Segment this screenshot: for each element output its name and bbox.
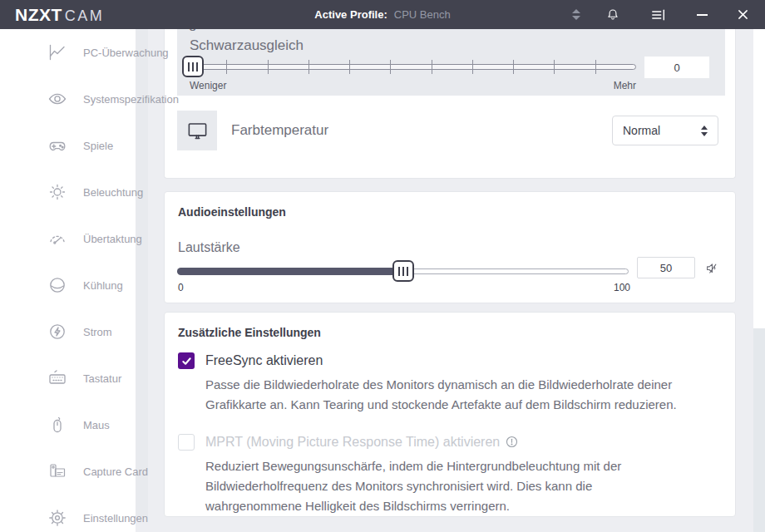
black-equalizer-label: Schwarzausgleich xyxy=(190,37,304,54)
sidebar: PC-Überwachung Systemspezifikation Spiel… xyxy=(0,29,136,532)
check-icon xyxy=(181,356,192,367)
nzxt-cam-logo: NZXT CAM xyxy=(15,5,104,25)
volume-label: Lautstärke xyxy=(178,240,240,255)
sidebar-item-uebertaktung[interactable]: Übertaktung xyxy=(0,215,136,262)
audio-card-title: Audioeinstellungen xyxy=(178,205,286,219)
sun-icon xyxy=(47,182,67,202)
black-equalizer-slider[interactable] xyxy=(177,55,725,78)
sidebar-item-label: Maus xyxy=(83,419,110,431)
freesync-description: Passe die Bildwiederholrate des Monitors… xyxy=(205,375,718,414)
mprt-description: Reduziert Bewegungsunschärfe, indem die … xyxy=(205,456,661,515)
display-settings-card: g Schwarzausgleich Weniger Mehr Farbtemp… xyxy=(164,27,736,179)
main-content: g Schwarzausgleich Weniger Mehr Farbtemp… xyxy=(148,29,765,532)
slider-handle[interactable] xyxy=(182,56,204,77)
sidebar-item-pc-ueberwachung[interactable]: PC-Überwachung xyxy=(0,29,136,76)
mouse-icon xyxy=(47,415,67,435)
sidebar-item-label: Capture Card xyxy=(83,466,148,478)
main-scrollbar[interactable] xyxy=(753,29,765,532)
mprt-checkbox[interactable] xyxy=(178,434,195,451)
slider-handle[interactable] xyxy=(392,260,414,282)
slider-fill xyxy=(177,268,403,275)
capture-card-icon xyxy=(47,461,67,481)
color-temperature-label: Farbtemperatur xyxy=(231,122,328,139)
select-arrows-icon xyxy=(701,126,708,136)
sidebar-item-capture-card[interactable]: Capture Card xyxy=(0,448,136,495)
sidebar-item-strom[interactable]: Strom xyxy=(0,308,136,355)
active-profile-label: Active Profile: xyxy=(314,8,387,21)
cooler-icon xyxy=(47,275,67,295)
monitor-icon xyxy=(177,111,217,150)
close-button[interactable] xyxy=(738,9,748,20)
black-equalizer-panel: g Schwarzausgleich Weniger Mehr xyxy=(177,27,725,96)
gamepad-icon xyxy=(47,135,67,155)
minimize-button[interactable] xyxy=(697,14,708,16)
toggle-panel-icon[interactable] xyxy=(650,7,667,22)
freesync-checkbox-row[interactable]: FreeSync aktivieren xyxy=(178,352,722,369)
sidebar-item-label: Beleuchtung xyxy=(83,186,143,199)
additional-card-title: Zusätzliche Einstellungen xyxy=(178,326,722,339)
warning-info-icon[interactable] xyxy=(505,435,519,449)
sidebar-item-systemspezifikation[interactable]: Systemspezifikation xyxy=(0,76,136,122)
sidebar-item-label: Übertaktung xyxy=(83,233,142,245)
sidebar-item-tastatur[interactable]: Tastatur xyxy=(0,355,136,401)
sidebar-item-kuehlung[interactable]: Kühlung xyxy=(0,262,136,308)
sidebar-item-label: Einstellungen xyxy=(83,512,148,525)
line-chart-icon xyxy=(47,42,67,62)
sidebar-item-maus[interactable]: Maus xyxy=(0,401,136,448)
mprt-checkbox-row[interactable]: MPRT (Moving Picture Response Time) akti… xyxy=(178,434,722,451)
slider-ticks xyxy=(185,60,636,74)
slider-max-label: Mehr xyxy=(603,80,636,91)
main-scrollbar-thumb[interactable] xyxy=(753,29,765,328)
gear-icon xyxy=(47,508,67,528)
volume-slider[interactable] xyxy=(177,259,629,283)
sidebar-item-spiele[interactable]: Spiele xyxy=(0,122,136,169)
audio-settings-card: Audioeinstellungen Lautstärke 0 100 xyxy=(164,191,736,303)
color-temperature-value: Normal xyxy=(623,124,701,137)
titlebar: NZXT CAM Active Profile: CPU Bench xyxy=(0,0,765,29)
color-temperature-row: Farbtemperatur xyxy=(177,111,328,150)
volume-max-label: 100 xyxy=(605,282,630,293)
mprt-label: MPRT (Moving Picture Response Time) akti… xyxy=(205,435,519,450)
slider-min-label: Weniger xyxy=(190,80,226,91)
active-profile-value[interactable]: CPU Bench xyxy=(394,8,451,21)
freesync-label: FreeSync aktivieren xyxy=(205,353,323,368)
power-bolt-icon xyxy=(47,322,67,342)
sidebar-item-label: Tastatur xyxy=(83,372,121,385)
logo-nzxt: NZXT xyxy=(15,5,62,25)
sidebar-item-label: PC-Überwachung xyxy=(83,47,169,59)
color-temperature-select[interactable]: Normal xyxy=(612,116,718,145)
keyboard-icon xyxy=(47,368,67,388)
freesync-checkbox[interactable] xyxy=(178,352,195,369)
gauge-icon xyxy=(47,229,67,249)
sidebar-item-label: Spiele xyxy=(83,140,113,152)
sidebar-item-einstellungen[interactable]: Einstellungen xyxy=(0,495,136,532)
volume-muted-icon[interactable] xyxy=(704,260,720,276)
notifications-bell-icon[interactable] xyxy=(605,7,620,22)
profile-select-arrows-icon[interactable] xyxy=(572,9,580,20)
eye-icon xyxy=(47,89,67,109)
sidebar-item-beleuchtung[interactable]: Beleuchtung xyxy=(0,169,136,215)
logo-cam: CAM xyxy=(65,7,105,25)
additional-settings-card: Zusätzliche Einstellungen FreeSync aktiv… xyxy=(164,312,736,517)
sidebar-item-label: Kühlung xyxy=(83,279,123,292)
sidebar-item-label: Strom xyxy=(83,326,112,338)
volume-min-label: 0 xyxy=(178,282,184,293)
black-equalizer-value-input[interactable] xyxy=(644,57,709,78)
sidebar-item-label: Systemspezifikation xyxy=(83,93,179,106)
volume-value-input[interactable] xyxy=(637,257,695,278)
